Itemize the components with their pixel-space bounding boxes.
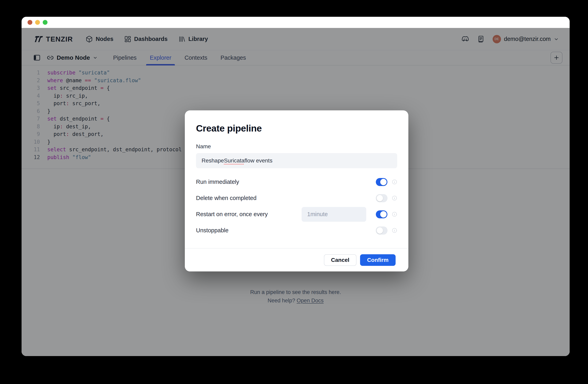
create-pipeline-modal: Create pipeline Name Reshape Suricata fl… [185, 110, 408, 271]
info-icon[interactable] [392, 195, 397, 201]
option-label: Run immediately [196, 179, 239, 185]
option-row-unstoppable: Unstoppable [196, 222, 397, 238]
misspelled-word: Suricata [224, 157, 245, 164]
info-icon[interactable] [392, 179, 397, 185]
retry-interval-input[interactable]: 1minute [302, 207, 366, 222]
zoom-window-button[interactable] [43, 20, 47, 25]
toggle-delete-when-completed[interactable] [376, 194, 387, 202]
option-label: Delete when completed [196, 195, 256, 201]
option-row-restart-on-error-once-every: Restart on error, once every1minute [196, 206, 397, 222]
info-icon[interactable] [392, 212, 397, 217]
modal-title: Create pipeline [196, 123, 397, 134]
option-label: Unstoppable [196, 227, 229, 234]
pipeline-options: Run immediatelyDelete when completedRest… [196, 174, 397, 238]
option-row-delete-when-completed: Delete when completed [196, 190, 397, 206]
close-window-button[interactable] [27, 20, 32, 25]
toggle-restart-on-error-once-every[interactable] [376, 210, 387, 218]
option-row-run-immediately: Run immediately [196, 174, 397, 190]
minimize-window-button[interactable] [35, 20, 40, 25]
cancel-button[interactable]: Cancel [324, 254, 357, 266]
info-icon[interactable] [392, 228, 397, 233]
modal-footer: Cancel Confirm [185, 248, 408, 271]
toggle-unstoppable[interactable] [376, 227, 387, 235]
name-label: Name [196, 143, 397, 150]
toggle-run-immediately[interactable] [376, 178, 387, 186]
option-label: Restart on error, once every [196, 211, 268, 217]
pipeline-name-input[interactable]: Reshape Suricata flow events [196, 153, 397, 168]
macos-titlebar [21, 17, 570, 28]
confirm-button[interactable]: Confirm [360, 254, 396, 266]
app-window: TENZIR Nodes Dashboards [21, 17, 570, 356]
